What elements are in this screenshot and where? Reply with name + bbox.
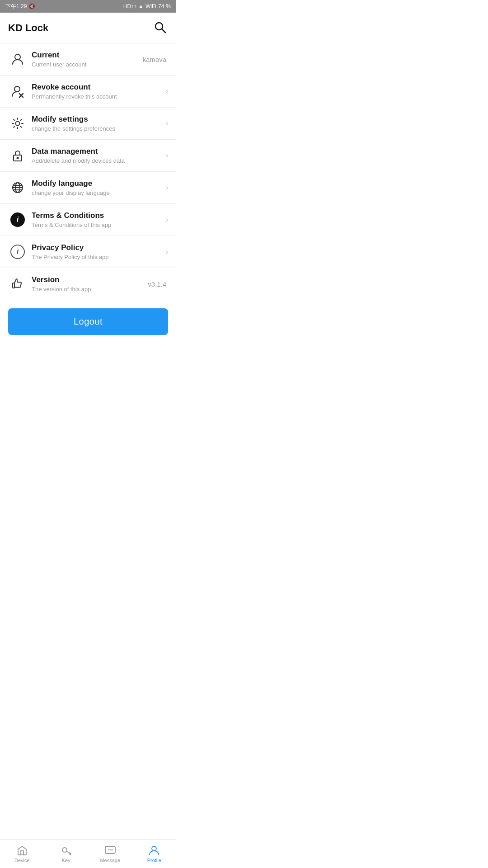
- menu-item-version[interactable]: Version The version of this app v3.1.4: [0, 268, 176, 300]
- menu-title-data: Data management: [32, 146, 163, 156]
- app-title: KD Lock: [8, 22, 48, 34]
- globe-icon: [8, 178, 27, 197]
- chevron-icon: ›: [166, 151, 168, 160]
- menu-subtitle-revoke: Permanently revoke this account: [32, 93, 163, 101]
- svg-point-8: [17, 157, 19, 159]
- menu-list: Current Current user account kamava Revo…: [0, 43, 176, 300]
- svg-line-1: [162, 29, 166, 33]
- menu-title-privacy: Privacy Policy: [32, 243, 163, 253]
- menu-item-terms[interactable]: i Terms & Conditions Terms & Conditions …: [0, 204, 176, 236]
- menu-item-modify-settings[interactable]: Modify settings change the settings pref…: [0, 108, 176, 140]
- menu-subtitle-version: The version of this app: [32, 286, 148, 293]
- menu-subtitle-data: Add/delete and modify devices data: [32, 157, 163, 165]
- search-icon: [154, 21, 166, 33]
- thumbs-up-icon: [8, 274, 27, 293]
- menu-item-data-management[interactable]: Data management Add/delete and modify de…: [0, 140, 176, 172]
- user-icon: [8, 50, 27, 69]
- chevron-icon: ›: [166, 184, 168, 192]
- version-value: v3.1.4: [148, 280, 166, 288]
- svg-point-3: [14, 86, 20, 92]
- menu-title-terms: Terms & Conditions: [32, 211, 163, 221]
- svg-point-0: [155, 23, 163, 30]
- menu-item-current[interactable]: Current Current user account kamava: [0, 43, 176, 75]
- menu-title-revoke: Revoke account: [32, 82, 163, 92]
- menu-title-version: Version: [32, 275, 148, 285]
- menu-title-settings: Modify settings: [32, 114, 163, 124]
- app-header: KD Lock: [0, 13, 176, 43]
- revoke-icon: [8, 82, 27, 101]
- search-button[interactable]: [152, 19, 168, 37]
- menu-title-current: Current: [32, 50, 142, 60]
- menu-subtitle-current: Current user account: [32, 61, 142, 69]
- menu-subtitle-settings: change the settings preferences: [32, 125, 163, 133]
- menu-item-revoke-account[interactable]: Revoke account Permanently revoke this a…: [0, 75, 176, 108]
- chevron-icon: ›: [166, 87, 168, 95]
- chevron-icon: ›: [166, 216, 168, 224]
- menu-subtitle-terms: Terms & Conditions of this app: [32, 222, 163, 229]
- svg-point-6: [16, 122, 20, 126]
- chevron-icon: ›: [166, 248, 168, 256]
- chevron-icon: ›: [166, 119, 168, 127]
- svg-rect-14: [13, 283, 14, 288]
- status-icons: HD↑↑ ▲ WiFi 74 %: [123, 3, 171, 9]
- gear-icon: [8, 114, 27, 133]
- info-filled-icon: i: [8, 210, 27, 229]
- svg-point-2: [15, 54, 20, 60]
- menu-subtitle-privacy: The Privacy Policy of this app: [32, 254, 163, 261]
- menu-subtitle-language: change your display language: [32, 189, 163, 197]
- logout-button[interactable]: Logout: [8, 308, 168, 335]
- current-user-value: kamava: [142, 56, 166, 63]
- menu-item-privacy[interactable]: i Privacy Policy The Privacy Policy of t…: [0, 236, 176, 268]
- logout-section: Logout: [0, 300, 176, 343]
- menu-item-modify-language[interactable]: Modify language change your display lang…: [0, 172, 176, 204]
- lock-icon: [8, 146, 27, 165]
- status-time: 下午1:29 🔇: [5, 3, 35, 10]
- status-bar: 下午1:29 🔇 HD↑↑ ▲ WiFi 74 %: [0, 0, 176, 13]
- menu-title-language: Modify language: [32, 179, 163, 189]
- info-outlined-icon: i: [8, 242, 27, 261]
